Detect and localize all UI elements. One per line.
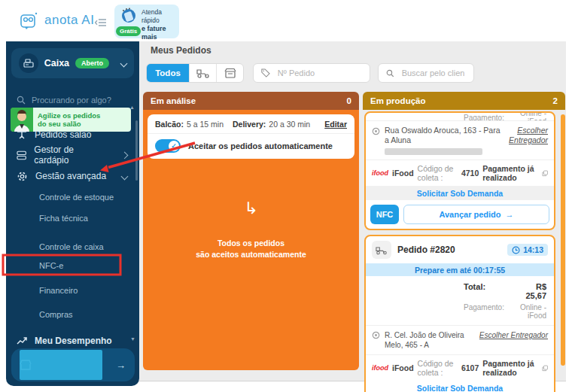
- redacted-address-line: [385, 148, 482, 155]
- edit-times-link[interactable]: Editar: [324, 120, 347, 129]
- order-type-segmented-control: Todos: [146, 63, 244, 83]
- arrow-right-icon[interactable]: →: [116, 360, 126, 371]
- chevron-right-icon: [121, 151, 129, 159]
- sidebar-scrollbar[interactable]: [135, 120, 138, 181]
- sidebar-item-pedidos-salao[interactable]: Pedidos salão: [6, 126, 139, 144]
- clock-icon: [512, 246, 520, 254]
- order-number-box: [253, 63, 370, 83]
- em-producao-body: Pagamento: Online - iFood Rua Oswaldo Ar…: [363, 111, 565, 368]
- address-row: R. Cel. João de Oliveira Melo, 465 - A E…: [366, 325, 554, 354]
- client-search-input[interactable]: [400, 68, 466, 78]
- choose-courier-link[interactable]: Escolher Entregador: [479, 330, 548, 340]
- app-screen: anota AI Grátis Atenda rápido e fature m…: [0, 0, 572, 392]
- column-count: 2: [553, 96, 558, 105]
- sidebar-subitem-ficha-tecnica[interactable]: Ficha técnica: [6, 210, 139, 226]
- location-pin-icon: [372, 127, 380, 137]
- order-card: Pagamento: Online - iFood Rua Oswaldo Ar…: [364, 111, 555, 230]
- sidebar-subitem-nfce[interactable]: NFC-e: [6, 257, 139, 274]
- filter-counter-button[interactable]: [216, 64, 243, 82]
- column-em-producao: Em produção 2 Pagamento: Online - iFood: [363, 92, 565, 368]
- copy-icon[interactable]: [542, 363, 548, 373]
- sidebar-item-label: Meu Desempenho: [35, 336, 112, 346]
- filter-all-button[interactable]: Todos: [147, 64, 189, 82]
- em-analise-body: Balcão: 5 a 15 min Delivery: 20 a 30 min…: [143, 110, 359, 370]
- scroll-down-hint-icon[interactable]: ▼: [130, 336, 135, 342]
- ifood-row: ifood iFood Código de coleta : 6107 Paga…: [366, 354, 554, 381]
- salon-table-icon: [17, 130, 27, 140]
- gratis-badge: Grátis: [116, 26, 141, 36]
- robot-logo-icon: [20, 11, 39, 30]
- sidebar-subitem-financeiro[interactable]: Financeiro: [6, 282, 139, 299]
- sidebar-subitem-controle-caixa[interactable]: Controle de caixa: [6, 239, 139, 255]
- chevron-down-icon: [120, 59, 128, 67]
- status-badge: Aberto: [75, 58, 109, 68]
- anota-ai-logo: anota AI: [20, 11, 94, 30]
- chevron-down-icon: [121, 172, 129, 180]
- client-search-box: [378, 63, 474, 83]
- collapse-sidebar-icon[interactable]: [95, 18, 107, 27]
- redacted-store-name: [20, 350, 102, 380]
- prepare-countdown-bar: Prepare em até 00:17:55: [366, 263, 554, 276]
- page-title: Meus Pedidos: [151, 45, 211, 56]
- sidebar-item-label: Gestor de cardápio: [34, 144, 107, 166]
- column-em-analise: Em análise 0 Balcão: 5 a 15 min Delivery…: [143, 92, 359, 370]
- nfc-button[interactable]: NFC: [370, 205, 399, 224]
- production-scrollbar[interactable]: [561, 114, 565, 366]
- main-content: Meus Pedidos Todos: [139, 41, 566, 381]
- toggle-check-icon: ✓: [169, 141, 179, 151]
- gear-icon: [17, 171, 28, 182]
- request-on-demand-link[interactable]: Solicitar Sob Demanda: [366, 381, 554, 392]
- order-header: Pedido #2820 14:13: [366, 236, 554, 263]
- address-text: R. Cel. João de Oliveira Melo, 465 - A: [385, 330, 475, 350]
- column-count: 0: [347, 96, 351, 105]
- auto-accept-card: Balcão: 5 a 15 min Delivery: 20 a 30 min…: [148, 114, 354, 159]
- clipped-payment-row: Pagamento: Online - iFood: [366, 113, 554, 120]
- sidebar-item-gestor-cardapio[interactable]: Gestor de cardápio: [6, 146, 139, 164]
- search-icon: [17, 96, 26, 105]
- filter-delivery-button[interactable]: [189, 64, 216, 82]
- auto-accept-row: ✓ Aceitar os pedidos automaticamente: [148, 134, 354, 159]
- empty-state: ↳ Todos os pedidos são aceitos automatic…: [143, 200, 359, 260]
- order-number-input[interactable]: [276, 68, 362, 78]
- search-icon: [386, 68, 394, 78]
- cash-register-menu[interactable]: Caixa Aberto: [11, 48, 134, 78]
- advance-order-button[interactable]: Avançar pedido →: [403, 205, 549, 224]
- promo-text: Atenda rápido e fature mais: [141, 5, 179, 38]
- address-text: Rua Oswaldo Arouca, 163 - Para a Aluna: [385, 126, 504, 145]
- menu-manager-icon: [17, 150, 26, 160]
- sidebar-item-gestao-avancada[interactable]: Gestão avançada: [6, 167, 139, 185]
- arrow-right-icon: →: [506, 210, 514, 219]
- order-number: Pedido #2820: [397, 245, 455, 255]
- redirect-arrow-icon: ↳: [143, 200, 359, 217]
- em-analise-header: Em análise 0: [143, 92, 359, 110]
- delivery-scooter-icon: [372, 241, 391, 259]
- order-total-value: R$ 25,67: [514, 282, 546, 300]
- promo-banner-chip[interactable]: Grátis Atenda rápido e fature mais: [114, 5, 179, 38]
- order-payment-value: Online - iFood: [514, 303, 546, 320]
- sidebar-item-label: Gestão avançada: [35, 171, 106, 181]
- sidebar-search-placeholder: Procurando por algo?: [32, 96, 111, 105]
- wait-times-row: Balcão: 5 a 15 min Delivery: 20 a 30 min…: [148, 114, 354, 134]
- filters-row: Todos: [146, 63, 474, 83]
- em-producao-header: Em produção 2: [363, 92, 565, 110]
- request-on-demand-link[interactable]: Solicitar Sob Demanda: [366, 186, 554, 200]
- sidebar-item-meu-desempenho[interactable]: Meu Desempenho: [6, 332, 139, 350]
- copy-icon[interactable]: [542, 169, 548, 178]
- store-profile-card[interactable]: →: [11, 348, 135, 381]
- location-pin-icon: [372, 331, 380, 341]
- ifood-logo: ifood: [372, 364, 388, 372]
- storefront-icon: [224, 68, 236, 78]
- sidebar-item-label: Pedidos salão: [35, 129, 91, 140]
- auto-accept-toggle[interactable]: ✓: [155, 139, 181, 153]
- performance-chart-icon: [17, 336, 27, 345]
- sidebar-subitem-compras[interactable]: Compras: [6, 306, 139, 323]
- ifood-row: ifood iFood Código de coleta : 4710 Paga…: [366, 160, 554, 186]
- order-time-chip: 14:13: [507, 244, 548, 256]
- sidebar-subitem-controle-estoque[interactable]: Controle de estoque: [6, 189, 139, 205]
- cash-register-label: Caixa: [44, 58, 69, 68]
- address-row: Rua Oswaldo Arouca, 163 - Para a Aluna E…: [366, 120, 554, 160]
- card-footer: NFC Avançar pedido →: [366, 200, 554, 229]
- choose-courier-link[interactable]: Escolher Entregador: [509, 126, 548, 145]
- ifood-logo: ifood: [372, 169, 388, 177]
- tag-icon: [261, 68, 270, 78]
